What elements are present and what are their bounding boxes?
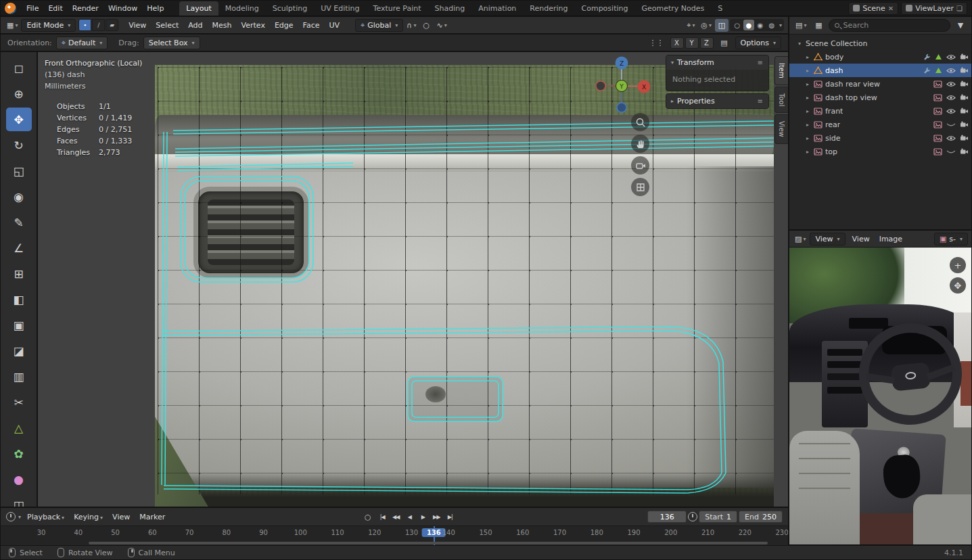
workspace-tab-animation[interactable]: Animation bbox=[471, 1, 523, 16]
annotate-tool[interactable]: ✎ bbox=[6, 210, 32, 234]
properties-panel-header[interactable]: ▸ Properties ≡ bbox=[666, 94, 768, 108]
image-editor-canvas[interactable]: + ✥ bbox=[789, 248, 971, 544]
add-cube-tool[interactable]: ⊞ bbox=[6, 262, 32, 285]
outliner-row-dash[interactable]: ▸dash bbox=[789, 64, 971, 77]
scene-selector[interactable]: Scene ✕ bbox=[848, 2, 898, 15]
modifier-wrench-icon[interactable] bbox=[923, 67, 931, 74]
menu-view[interactable]: View bbox=[124, 19, 151, 32]
expand-arrow-icon[interactable]: ▸ bbox=[804, 81, 811, 87]
vertex-select-mode-button[interactable]: ∙ bbox=[78, 19, 91, 31]
mirror-axis-y-button[interactable]: Y bbox=[685, 37, 699, 49]
move-tool[interactable]: ✥ bbox=[6, 108, 32, 131]
menu-edge[interactable]: Edge bbox=[270, 19, 298, 32]
workspace-tab-shading[interactable]: Shading bbox=[428, 1, 472, 16]
pan-hand-icon[interactable] bbox=[631, 135, 649, 153]
show-overlays-icon[interactable]: ◎▾ bbox=[699, 19, 714, 32]
modifier-wrench-icon[interactable] bbox=[923, 53, 931, 61]
menu-keying[interactable]: Keying▾ bbox=[69, 511, 108, 523]
workspace-tab-sculpting[interactable]: Sculpting bbox=[266, 1, 314, 16]
outliner-row-dash-top-view[interactable]: ▸dash top view bbox=[789, 91, 971, 104]
viewlayer-selector[interactable]: ViewLayer ❏ bbox=[901, 2, 967, 15]
render-camera-icon[interactable] bbox=[960, 135, 969, 141]
render-camera-icon[interactable] bbox=[960, 108, 969, 114]
visibility-eye-icon[interactable] bbox=[946, 54, 956, 60]
extrude-region-tool[interactable]: ◧ bbox=[6, 287, 32, 311]
image-data-icon[interactable] bbox=[933, 94, 942, 101]
next-keyframe-button[interactable]: ▶▶ bbox=[430, 511, 443, 523]
orientation-default-dropdown[interactable]: ⌖ Default▾ bbox=[56, 37, 108, 49]
scale-tool[interactable]: ◱ bbox=[6, 159, 32, 183]
render-camera-icon[interactable] bbox=[960, 94, 969, 101]
menu-vertex[interactable]: Vertex bbox=[237, 19, 270, 32]
visibility-eye-closed-icon[interactable] bbox=[946, 149, 956, 155]
expand-arrow-icon[interactable]: ▸ bbox=[804, 135, 811, 141]
menu-marker[interactable]: Marker bbox=[135, 511, 170, 523]
image-data-icon[interactable] bbox=[933, 135, 942, 142]
panel-grip-icon[interactable]: ≡ bbox=[758, 59, 764, 66]
outliner-row-frant[interactable]: ▸frant bbox=[789, 104, 971, 118]
editor-type-icon[interactable]: ▨▾ bbox=[793, 233, 808, 246]
grid-toggle-icon[interactable] bbox=[631, 178, 649, 196]
menu-window[interactable]: Window bbox=[103, 2, 142, 15]
outliner-row-scene-collection[interactable]: ▾Scene Collection bbox=[789, 37, 971, 50]
menu-edit[interactable]: Edit bbox=[43, 2, 67, 15]
drag-mode-dropdown[interactable]: Select Box▾ bbox=[143, 37, 200, 49]
workspace-tab-rendering[interactable]: Rendering bbox=[523, 1, 574, 16]
menu-playback[interactable]: Playback▾ bbox=[22, 511, 69, 523]
visibility-eye-closed-icon[interactable] bbox=[946, 122, 956, 128]
visibility-eye-icon[interactable] bbox=[946, 108, 956, 114]
poly-build-tool[interactable]: △ bbox=[6, 416, 32, 440]
jump-to-end-button[interactable]: ▶| bbox=[444, 511, 457, 523]
menu-view[interactable]: View bbox=[848, 233, 875, 246]
sidebar-tab-tool[interactable]: Tool bbox=[774, 87, 788, 113]
scene-unlink-icon[interactable]: ✕ bbox=[888, 5, 894, 12]
rotate-tool[interactable]: ↻ bbox=[6, 133, 32, 157]
shading-material-icon[interactable]: ◉ bbox=[755, 20, 766, 30]
image-data-icon[interactable] bbox=[933, 148, 942, 156]
menu-help[interactable]: Help bbox=[142, 2, 168, 15]
expand-arrow-icon[interactable]: ▸ bbox=[804, 54, 811, 60]
zoom-icon[interactable]: + bbox=[950, 257, 966, 273]
inset-faces-tool[interactable]: ▣ bbox=[6, 313, 32, 337]
pan-hand-icon[interactable]: ✥ bbox=[950, 277, 966, 294]
workspace-tab-texture-paint[interactable]: Texture Paint bbox=[367, 1, 428, 16]
mirror-axis-z-button[interactable]: Z bbox=[700, 37, 714, 49]
mirror-icon[interactable]: ⋮⋮ bbox=[647, 37, 666, 49]
menu-face[interactable]: Face bbox=[298, 19, 325, 32]
display-channel-dropdown[interactable]: View▾ bbox=[810, 233, 845, 246]
outliner-row-rear[interactable]: ▸rear bbox=[789, 118, 971, 131]
timeline-editor-dropdown-icon[interactable]: ▾ bbox=[18, 514, 21, 520]
image-data-icon[interactable] bbox=[933, 121, 942, 129]
render-camera-icon[interactable] bbox=[960, 67, 969, 74]
panel-grip-icon[interactable]: ≡ bbox=[758, 97, 764, 105]
image-datablock-selector[interactable]: ▣ s-▾ bbox=[934, 233, 968, 246]
smooth-tool[interactable]: ● bbox=[6, 467, 32, 491]
cursor-tool[interactable]: ⊕ bbox=[6, 82, 32, 106]
expand-arrow-icon[interactable]: ▸ bbox=[804, 122, 811, 128]
edge-select-mode-button[interactable]: ∕ bbox=[92, 19, 105, 31]
camera-view-icon[interactable] bbox=[631, 156, 649, 174]
expand-arrow-icon[interactable]: ▸ bbox=[804, 68, 811, 74]
workspace-tab-compositing[interactable]: Compositing bbox=[575, 1, 635, 16]
transform-tool[interactable]: ◉ bbox=[6, 185, 32, 208]
prev-keyframe-button[interactable]: ◀◀ bbox=[390, 511, 402, 523]
toggle-xray-icon[interactable]: ◫ bbox=[715, 19, 728, 32]
editor-type-icon[interactable]: ▤▾ bbox=[793, 19, 808, 32]
expand-arrow-icon[interactable]: ▸ bbox=[804, 149, 811, 155]
face-select-mode-button[interactable]: ▰ bbox=[106, 19, 118, 31]
falloff-icon[interactable]: ∿▾ bbox=[434, 19, 448, 32]
zoom-icon[interactable] bbox=[631, 113, 649, 131]
viewlayer-copy-icon[interactable]: ❏ bbox=[956, 5, 963, 12]
mesh-data-icon[interactable] bbox=[935, 53, 942, 60]
menu-add[interactable]: Add bbox=[183, 19, 207, 32]
snap-options-icon[interactable]: ▤ bbox=[718, 37, 731, 49]
play-button[interactable]: ▶ bbox=[417, 511, 430, 523]
workspace-tab-s[interactable]: S bbox=[711, 1, 729, 16]
mesh-data-icon[interactable] bbox=[935, 67, 942, 74]
auto-keyframe-toggle[interactable]: ○ bbox=[361, 511, 375, 523]
timeline-scrollbar[interactable] bbox=[89, 542, 768, 544]
current-frame-field[interactable] bbox=[647, 511, 687, 523]
outliner-row-top[interactable]: ▸top bbox=[789, 145, 971, 158]
sidebar-tab-view[interactable]: View bbox=[774, 114, 788, 144]
workspace-tab-uv-editing[interactable]: UV Editing bbox=[314, 1, 366, 16]
